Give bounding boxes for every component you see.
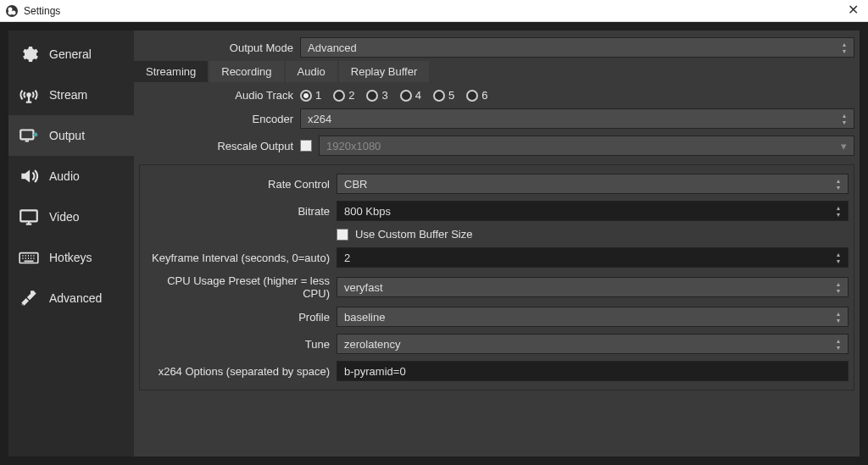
rescale-label: Rescale Output [139,140,300,152]
bitrate-value: 800 Kbps [344,205,391,218]
sidebar-item-label: Advanced [49,291,102,305]
tune-label: Tune [145,338,337,351]
custom-buffer-checkbox[interactable] [337,229,348,241]
profile-select[interactable]: baseline ▴▾ [337,307,849,327]
output-mode-label: Output Mode [139,42,300,54]
keyframe-row: Keyframe Interval (seconds, 0=auto) 2 ▴▾ [140,244,854,271]
sidebar-item-audio[interactable]: Audio [8,156,134,197]
svg-rect-6 [20,210,37,221]
encoder-settings-group: Rate Control CBR ▴▾ Bitrate 800 Kbps ▴▾ [139,164,854,390]
tab-recording[interactable]: Recording [209,61,283,82]
profile-value: baseline [344,311,385,324]
updown-icon: ▴▾ [832,280,844,296]
close-button[interactable]: ✕ [844,2,861,18]
rate-control-row: Rate Control CBR ▴▾ [140,170,854,197]
cpu-preset-value: veryfast [344,281,383,294]
encoder-value: x264 [308,113,331,125]
x264-options-input[interactable]: b-pyramid=0 [337,361,849,381]
tools-icon [17,286,41,310]
bitrate-input[interactable]: 800 Kbps ▴▾ [337,201,849,221]
sidebar-item-general[interactable]: General [8,34,134,75]
output-mode-select[interactable]: Advanced ▴▾ [300,37,854,58]
sidebar-item-label: Hotkeys [49,251,92,264]
tab-replay-buffer[interactable]: Replay Buffer [339,61,430,82]
rate-control-value: CBR [344,178,367,191]
audio-track-6[interactable]: 6 [466,89,487,102]
sidebar-item-label: Audio [49,169,80,183]
tune-row: Tune zerolatency ▴▾ [140,330,854,357]
svg-point-3 [8,10,13,14]
keyboard-icon [17,246,41,269]
sidebar-item-hotkeys[interactable]: Hotkeys [8,237,134,278]
sidebar-item-label: Stream [49,88,87,102]
tune-select[interactable]: zerolatency ▴▾ [337,334,849,354]
x264-options-row: x264 Options (separated by space) b-pyra… [140,357,854,385]
audio-track-5[interactable]: 5 [433,89,454,102]
audio-track-label: Audio Track [139,89,300,102]
encoder-row: Encoder x264 ▴▾ [134,105,860,132]
gear-icon [17,42,41,66]
x264-options-value: b-pyramid=0 [344,365,406,378]
sidebar: General Stream Output Audio Video [8,30,134,457]
tune-value: zerolatency [344,338,400,351]
svg-rect-5 [20,130,33,140]
keyframe-input[interactable]: 2 ▴▾ [337,247,849,268]
antenna-icon [17,83,41,107]
chevron-down-icon: ▾ [841,140,847,152]
profile-label: Profile [145,311,337,324]
sidebar-item-video[interactable]: Video [8,197,134,237]
app-icon [5,4,19,18]
main-panel: Output Mode Advanced ▴▾ Streaming Record… [134,30,860,457]
window-body: General Stream Output Audio Video [0,22,868,465]
monitor-icon [17,205,41,229]
output-mode-value: Advanced [308,42,357,54]
audio-track-4[interactable]: 4 [400,89,421,102]
custom-buffer-row: Use Custom Buffer Size [140,224,854,244]
titlebar: Settings ✕ [0,0,868,22]
updown-icon: ▴▾ [838,40,850,57]
sidebar-item-label: Output [49,129,85,142]
audio-track-2[interactable]: 2 [333,89,354,102]
keyframe-label: Keyframe Interval (seconds, 0=auto) [145,252,337,264]
svg-point-0 [6,5,18,17]
cpu-preset-select[interactable]: veryfast ▴▾ [337,277,849,297]
cpu-preset-label: CPU Usage Preset (higher = less CPU) [145,274,337,300]
rescale-placeholder: 1920x1080 [326,140,381,152]
sidebar-item-label: General [49,47,92,61]
rate-control-label: Rate Control [145,178,337,191]
streaming-panel: Audio Track 1 2 3 4 5 6 Encoder x264 ▴▾ [134,82,860,394]
encoder-label: Encoder [139,113,300,125]
updown-icon: ▴▾ [832,176,844,193]
sidebar-item-advanced[interactable]: Advanced [8,278,134,318]
profile-row: Profile baseline ▴▾ [140,303,854,330]
audio-track-3[interactable]: 3 [366,89,387,102]
bitrate-label: Bitrate [145,205,337,218]
output-tabs: Streaming Recording Audio Replay Buffer [134,61,860,82]
audio-track-row: Audio Track 1 2 3 4 5 6 [134,86,860,105]
output-mode-row: Output Mode Advanced ▴▾ [134,30,860,61]
encoder-select[interactable]: x264 ▴▾ [300,108,854,129]
rescale-checkbox[interactable] [300,140,312,152]
sidebar-item-stream[interactable]: Stream [8,75,134,115]
speaker-icon [17,164,41,188]
sidebar-item-label: Video [49,210,80,224]
audio-track-group: 1 2 3 4 5 6 [300,89,854,102]
updown-icon: ▴▾ [838,111,850,128]
tab-streaming[interactable]: Streaming [134,61,208,82]
updown-icon: ▴▾ [832,203,844,220]
rescale-resolution-select[interactable]: 1920x1080 ▾ [319,136,854,156]
updown-icon: ▴▾ [832,309,844,326]
updown-icon: ▴▾ [832,250,844,267]
custom-buffer-label: Use Custom Buffer Size [355,228,472,241]
output-icon [17,124,41,147]
sidebar-item-output[interactable]: Output [8,115,134,156]
rate-control-select[interactable]: CBR ▴▾ [337,174,849,194]
audio-track-1[interactable]: 1 [300,89,321,102]
cpu-preset-row: CPU Usage Preset (higher = less CPU) ver… [140,271,854,303]
bitrate-row: Bitrate 800 Kbps ▴▾ [140,197,854,224]
window-title: Settings [24,5,60,17]
rescale-row: Rescale Output 1920x1080 ▾ [134,132,860,159]
x264-options-label: x264 Options (separated by space) [145,365,337,378]
updown-icon: ▴▾ [832,336,844,353]
tab-audio[interactable]: Audio [286,61,337,82]
